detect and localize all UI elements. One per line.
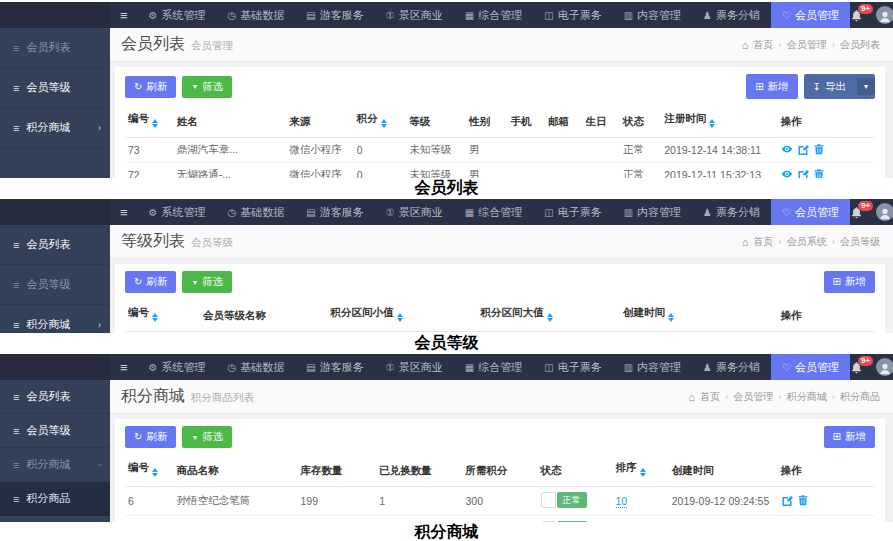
export-button[interactable]: ↧导出▾ <box>804 74 875 99</box>
edit-icon[interactable] <box>797 143 809 155</box>
nav-item-3[interactable]: ▤游客服务 <box>295 354 374 380</box>
sidebar-item-2[interactable]: ≡会员等级 <box>0 414 110 448</box>
status-toggle[interactable]: 正常 <box>541 521 587 522</box>
sort-icon[interactable] <box>152 116 158 131</box>
nav-item-4[interactable]: ①景区商业 <box>375 199 454 225</box>
filter-button[interactable]: ▼筛选 <box>182 76 232 98</box>
breadcrumb-item[interactable]: 会员等级 <box>840 235 880 249</box>
sidebar-item-1[interactable]: ≡会员列表 <box>0 380 110 414</box>
sort-icon[interactable] <box>709 116 715 131</box>
nav-item-4[interactable]: ①景区商业 <box>375 2 454 28</box>
nav-item-8[interactable]: ♟票务分销 <box>692 354 771 380</box>
sort-icon[interactable] <box>668 310 674 325</box>
breadcrumb-item[interactable]: 会员管理 <box>733 390 773 404</box>
sidebar-item-3[interactable]: ≡积分商城› <box>0 305 110 333</box>
avatar-person-icon[interactable] <box>878 10 892 24</box>
sidebar-item-2[interactable]: ≡会员等级 <box>0 265 110 305</box>
sort-icon[interactable] <box>397 310 403 325</box>
nav-item-1[interactable]: ⚙系统管理 <box>138 199 217 225</box>
sidebar-item-3[interactable]: ≡积分商城› <box>0 108 110 148</box>
avatar-person-icon[interactable] <box>878 207 892 221</box>
nav-item-3[interactable]: ▤游客服务 <box>295 2 374 28</box>
nav-item-1[interactable]: ⚙系统管理 <box>138 2 217 28</box>
avatar[interactable] <box>876 6 893 24</box>
sidebar-item-1[interactable]: ≡会员列表 <box>0 225 110 265</box>
sort-icon[interactable] <box>547 310 553 325</box>
breadcrumb-item[interactable]: 首页 <box>753 38 773 52</box>
nav-item-9[interactable]: ♡会员管理 <box>771 199 850 225</box>
nav-item-6[interactable]: ◫电子票务 <box>533 199 612 225</box>
breadcrumb-item[interactable]: 首页 <box>753 235 773 249</box>
sidebar-item-3[interactable]: ≡积分商城› <box>0 448 110 482</box>
nav-item-7[interactable]: ▥内容管理 <box>613 199 692 225</box>
edit-icon[interactable] <box>797 168 809 178</box>
avatar-person-icon[interactable] <box>878 362 892 376</box>
column-header[interactable]: 编号 <box>125 455 174 487</box>
column-header[interactable]: 创建时间 <box>620 300 778 332</box>
delete-icon[interactable] <box>813 168 825 178</box>
refresh-button[interactable]: ↻刷新 <box>125 76 176 98</box>
avatar[interactable] <box>876 358 893 376</box>
refresh-button[interactable]: ↻刷新 <box>125 271 176 293</box>
notifications-bell[interactable]: 9+ <box>850 206 863 219</box>
sidebar-toggle-icon[interactable]: ≡ <box>120 8 128 23</box>
status-toggle[interactable]: 正常 <box>541 492 587 508</box>
nav-item-6[interactable]: ◫电子票务 <box>533 2 612 28</box>
delete-icon[interactable] <box>813 143 825 155</box>
view-icon[interactable] <box>781 143 793 155</box>
table-cell <box>583 138 621 163</box>
sidebar-item-2[interactable]: ≡会员等级 <box>0 68 110 108</box>
edit-icon[interactable] <box>781 494 793 506</box>
nav-item-5[interactable]: ▦综合管理 <box>454 199 533 225</box>
nav-item-7[interactable]: ▥内容管理 <box>613 354 692 380</box>
nav-item-5[interactable]: ▦综合管理 <box>454 2 533 28</box>
nav-item-6[interactable]: ◫电子票务 <box>533 354 612 380</box>
sidebar-toggle-icon[interactable]: ≡ <box>120 360 128 375</box>
filter-button[interactable]: ▼筛选 <box>182 271 232 293</box>
column-header[interactable]: 积分区间小值 <box>328 300 478 332</box>
breadcrumb-item[interactable]: 会员列表 <box>840 38 880 52</box>
sort-value-link[interactable]: 10 <box>616 495 628 508</box>
nav-item-8[interactable]: ♟票务分销 <box>692 199 771 225</box>
breadcrumb-item[interactable]: 会员管理 <box>787 38 827 52</box>
sort-icon[interactable] <box>640 465 646 480</box>
refresh-button[interactable]: ↻刷新 <box>125 426 176 448</box>
nav-item-2[interactable]: ◷基础数据 <box>217 2 296 28</box>
nav-item-9[interactable]: ♡会员管理 <box>771 2 850 28</box>
nav-item-9[interactable]: ♡会员管理 <box>771 354 850 380</box>
breadcrumb-item[interactable]: 积分商城 <box>787 390 827 404</box>
nav-item-8[interactable]: ♟票务分销 <box>692 2 771 28</box>
nav-item-2[interactable]: ◷基础数据 <box>217 354 296 380</box>
breadcrumb-item[interactable]: 首页 <box>700 390 720 404</box>
nav-item-2[interactable]: ◷基础数据 <box>217 199 296 225</box>
sidebar-toggle-icon[interactable]: ≡ <box>120 205 128 220</box>
avatar[interactable] <box>876 203 893 221</box>
add-button[interactable]: ⊞新增 <box>824 426 875 448</box>
nav-item-1[interactable]: ⚙系统管理 <box>138 354 217 380</box>
nav-item-4[interactable]: ①景区商业 <box>375 354 454 380</box>
column-header[interactable]: 注册时间 <box>661 106 777 138</box>
add-button[interactable]: ⊞新增 <box>824 271 875 293</box>
nav-item-7[interactable]: ▥内容管理 <box>613 2 692 28</box>
nav-item-5[interactable]: ▦综合管理 <box>454 354 533 380</box>
column-header[interactable]: 积分 <box>354 106 407 138</box>
column-header[interactable]: 编号 <box>125 106 174 138</box>
sidebar-item-4[interactable]: ≡积分商品 <box>0 482 110 516</box>
filter-button[interactable]: ▼筛选 <box>182 426 232 448</box>
nav-item-3[interactable]: ▤游客服务 <box>295 199 374 225</box>
notifications-bell[interactable]: 9+ <box>850 9 863 22</box>
breadcrumb-item[interactable]: 会员系统 <box>787 235 827 249</box>
column-header[interactable]: 积分区间大值 <box>478 300 621 332</box>
sidebar-item-1[interactable]: ≡会员列表 <box>0 28 110 68</box>
column-header[interactable]: 排序 <box>613 455 669 487</box>
export-dropdown-caret[interactable]: ▾ <box>857 78 875 95</box>
breadcrumb-item[interactable]: 积分商品 <box>840 390 880 404</box>
sort-icon[interactable] <box>381 116 387 131</box>
sort-icon[interactable] <box>152 310 158 325</box>
notifications-bell[interactable]: 9+ <box>850 361 863 374</box>
column-header[interactable]: 编号 <box>125 300 200 332</box>
add-button[interactable]: ⊞新增 <box>746 74 797 99</box>
delete-icon[interactable] <box>797 494 809 506</box>
sort-icon[interactable] <box>152 465 158 480</box>
view-icon[interactable] <box>781 168 793 178</box>
